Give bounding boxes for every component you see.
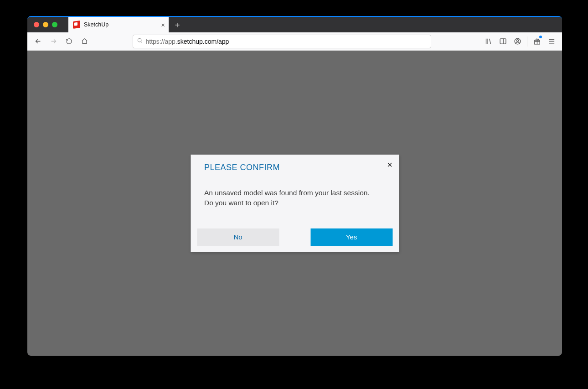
reload-icon — [66, 38, 72, 45]
dialog-title: PLEASE CONFIRM — [204, 163, 385, 172]
svg-rect-1 — [500, 39, 506, 44]
whats-new-button[interactable] — [530, 35, 544, 48]
dialog-message-line2: Do you want to open it? — [204, 199, 279, 207]
window-close[interactable] — [34, 22, 39, 27]
nav-back-button[interactable] — [31, 35, 45, 48]
svg-point-3 — [516, 40, 518, 41]
window-zoom[interactable] — [52, 22, 57, 27]
nav-forward-button — [46, 35, 60, 48]
sidebar-button[interactable] — [496, 35, 510, 48]
reload-button[interactable] — [62, 35, 76, 48]
search-icon — [137, 37, 143, 45]
toolbar-right — [481, 35, 558, 48]
url-text: https://app.sketchup.com/app — [146, 38, 229, 45]
no-button[interactable]: No — [197, 228, 279, 246]
home-button[interactable] — [77, 35, 91, 48]
window-controls — [34, 22, 57, 27]
tab-sketchup[interactable]: SketchUp × — [68, 17, 169, 32]
page-viewport: × PLEASE CONFIRM An unsaved model was fo… — [27, 51, 562, 356]
new-tab-button[interactable]: ＋ — [170, 18, 184, 31]
library-button[interactable] — [481, 35, 495, 48]
arrow-left-icon — [34, 37, 42, 45]
tab-close-icon[interactable]: × — [161, 21, 165, 28]
app-menu-button[interactable] — [545, 35, 558, 48]
library-icon — [485, 37, 492, 45]
dialog-close-icon[interactable]: × — [387, 160, 392, 169]
account-icon — [514, 37, 521, 45]
gift-icon — [533, 37, 541, 45]
browser-window: SketchUp × ＋ https://app.sketchup.com/ap… — [27, 16, 562, 356]
dialog-message-line1: An unsaved model was found from your las… — [204, 189, 370, 197]
dialog-message: An unsaved model was found from your las… — [204, 188, 385, 208]
home-icon — [81, 38, 88, 45]
sidebar-icon — [499, 37, 507, 45]
address-bar-container: https://app.sketchup.com/app — [93, 35, 480, 48]
hamburger-icon — [548, 37, 556, 45]
browser-toolbar: https://app.sketchup.com/app — [27, 32, 562, 51]
confirm-dialog: × PLEASE CONFIRM An unsaved model was fo… — [191, 155, 399, 252]
toolbar-divider — [527, 36, 527, 47]
dialog-footer: No Yes — [197, 228, 392, 246]
tab-title: SketchUp — [84, 21, 108, 28]
window-minimize[interactable] — [43, 22, 48, 27]
svg-point-0 — [138, 38, 141, 42]
sketchup-favicon-icon — [73, 21, 80, 29]
arrow-right-icon — [50, 37, 57, 45]
address-bar[interactable]: https://app.sketchup.com/app — [133, 35, 431, 48]
account-button[interactable] — [511, 35, 524, 48]
yes-button[interactable]: Yes — [310, 228, 392, 246]
tab-strip: SketchUp × ＋ — [27, 17, 562, 32]
